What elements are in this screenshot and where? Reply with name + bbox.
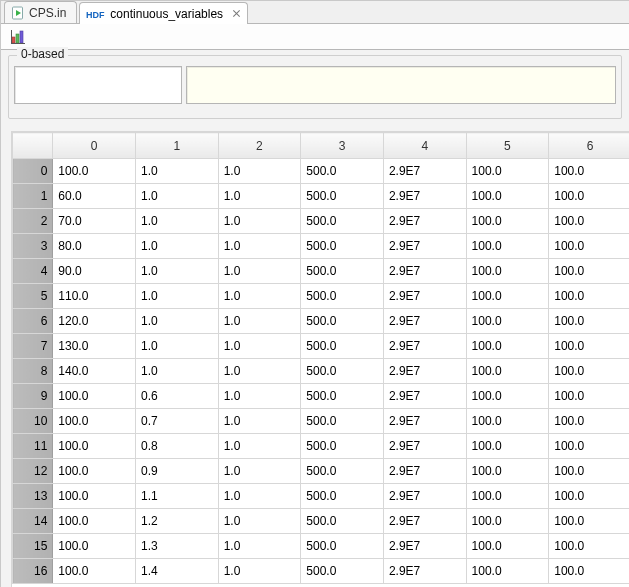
row-header[interactable]: 2: [13, 209, 53, 234]
cell[interactable]: 1.0: [135, 334, 218, 359]
index-primary-input[interactable]: [14, 66, 182, 104]
row-header[interactable]: 9: [13, 384, 53, 409]
cell[interactable]: 130.0: [53, 334, 136, 359]
cell[interactable]: 500.0: [301, 434, 384, 459]
cell[interactable]: 100.0: [53, 509, 136, 534]
col-header[interactable]: 4: [383, 133, 466, 159]
index-secondary-input[interactable]: [186, 66, 616, 104]
cell[interactable]: 100.0: [466, 534, 549, 559]
cell[interactable]: 100.0: [549, 484, 629, 509]
close-icon[interactable]: [233, 10, 241, 18]
cell[interactable]: 1.4: [135, 559, 218, 584]
col-header[interactable]: 5: [466, 133, 549, 159]
cell[interactable]: 1.0: [135, 184, 218, 209]
cell[interactable]: 100.0: [466, 184, 549, 209]
cell[interactable]: 500.0: [301, 509, 384, 534]
cell[interactable]: 1.2: [135, 509, 218, 534]
row-header[interactable]: 5: [13, 284, 53, 309]
cell[interactable]: 1.0: [135, 359, 218, 384]
chart-button[interactable]: [7, 26, 29, 48]
cell[interactable]: 2.9E7: [383, 359, 466, 384]
row-header[interactable]: 16: [13, 559, 53, 584]
cell[interactable]: 100.0: [466, 334, 549, 359]
cell[interactable]: 1.0: [135, 259, 218, 284]
cell[interactable]: 2.9E7: [383, 309, 466, 334]
cell[interactable]: 500.0: [301, 534, 384, 559]
cell[interactable]: 1.0: [218, 459, 301, 484]
cell[interactable]: 100.0: [53, 459, 136, 484]
cell[interactable]: 100.0: [549, 509, 629, 534]
cell[interactable]: 1.0: [135, 234, 218, 259]
cell[interactable]: 90.0: [53, 259, 136, 284]
cell[interactable]: 100.0: [549, 309, 629, 334]
cell[interactable]: 100.0: [549, 359, 629, 384]
cell[interactable]: 100.0: [53, 559, 136, 584]
row-header[interactable]: 1: [13, 184, 53, 209]
cell[interactable]: 100.0: [53, 159, 136, 184]
cell[interactable]: 100.0: [466, 259, 549, 284]
cell[interactable]: 1.0: [218, 434, 301, 459]
cell[interactable]: 500.0: [301, 259, 384, 284]
cell[interactable]: 100.0: [549, 159, 629, 184]
cell[interactable]: 500.0: [301, 459, 384, 484]
cell[interactable]: 100.0: [466, 284, 549, 309]
cell[interactable]: 100.0: [466, 359, 549, 384]
cell[interactable]: 100.0: [549, 234, 629, 259]
cell[interactable]: 100.0: [466, 434, 549, 459]
cell[interactable]: 100.0: [549, 384, 629, 409]
cell[interactable]: 100.0: [549, 459, 629, 484]
cell[interactable]: 0.7: [135, 409, 218, 434]
cell[interactable]: 100.0: [549, 559, 629, 584]
cell[interactable]: 100.0: [53, 384, 136, 409]
cell[interactable]: 100.0: [466, 384, 549, 409]
cell[interactable]: 110.0: [53, 284, 136, 309]
cell[interactable]: 500.0: [301, 384, 384, 409]
cell[interactable]: 1.0: [218, 159, 301, 184]
row-header[interactable]: 11: [13, 434, 53, 459]
cell[interactable]: 100.0: [549, 184, 629, 209]
cell[interactable]: 2.9E7: [383, 159, 466, 184]
cell[interactable]: 500.0: [301, 159, 384, 184]
cell[interactable]: 100.0: [53, 484, 136, 509]
cell[interactable]: 1.0: [218, 359, 301, 384]
cell[interactable]: 100.0: [53, 409, 136, 434]
cell[interactable]: 500.0: [301, 184, 384, 209]
row-header[interactable]: 7: [13, 334, 53, 359]
col-header[interactable]: 3: [301, 133, 384, 159]
cell[interactable]: 0.9: [135, 459, 218, 484]
row-header[interactable]: 0: [13, 159, 53, 184]
cell[interactable]: 100.0: [466, 234, 549, 259]
cell[interactable]: 100.0: [549, 409, 629, 434]
cell[interactable]: 0.6: [135, 384, 218, 409]
cell[interactable]: 500.0: [301, 334, 384, 359]
row-header[interactable]: 10: [13, 409, 53, 434]
cell[interactable]: 100.0: [466, 459, 549, 484]
cell[interactable]: 2.9E7: [383, 334, 466, 359]
cell[interactable]: 60.0: [53, 184, 136, 209]
cell[interactable]: 1.0: [135, 284, 218, 309]
col-header[interactable]: 2: [218, 133, 301, 159]
table-corner[interactable]: [13, 133, 53, 159]
row-header[interactable]: 6: [13, 309, 53, 334]
row-header[interactable]: 13: [13, 484, 53, 509]
cell[interactable]: 2.9E7: [383, 259, 466, 284]
row-header[interactable]: 14: [13, 509, 53, 534]
cell[interactable]: 500.0: [301, 234, 384, 259]
cell[interactable]: 100.0: [466, 484, 549, 509]
cell[interactable]: 1.0: [218, 509, 301, 534]
cell[interactable]: 1.0: [218, 234, 301, 259]
cell[interactable]: 100.0: [53, 534, 136, 559]
cell[interactable]: 1.0: [135, 309, 218, 334]
cell[interactable]: 100.0: [549, 259, 629, 284]
data-table[interactable]: 0123456 0100.01.01.0500.02.9E7100.0100.0…: [12, 132, 629, 584]
cell[interactable]: 70.0: [53, 209, 136, 234]
cell[interactable]: 1.0: [218, 259, 301, 284]
cell[interactable]: 500.0: [301, 309, 384, 334]
cell[interactable]: 2.9E7: [383, 509, 466, 534]
cell[interactable]: 120.0: [53, 309, 136, 334]
cell[interactable]: 100.0: [466, 559, 549, 584]
cell[interactable]: 0.8: [135, 434, 218, 459]
row-header[interactable]: 12: [13, 459, 53, 484]
cell[interactable]: 1.0: [218, 534, 301, 559]
cell[interactable]: 500.0: [301, 559, 384, 584]
